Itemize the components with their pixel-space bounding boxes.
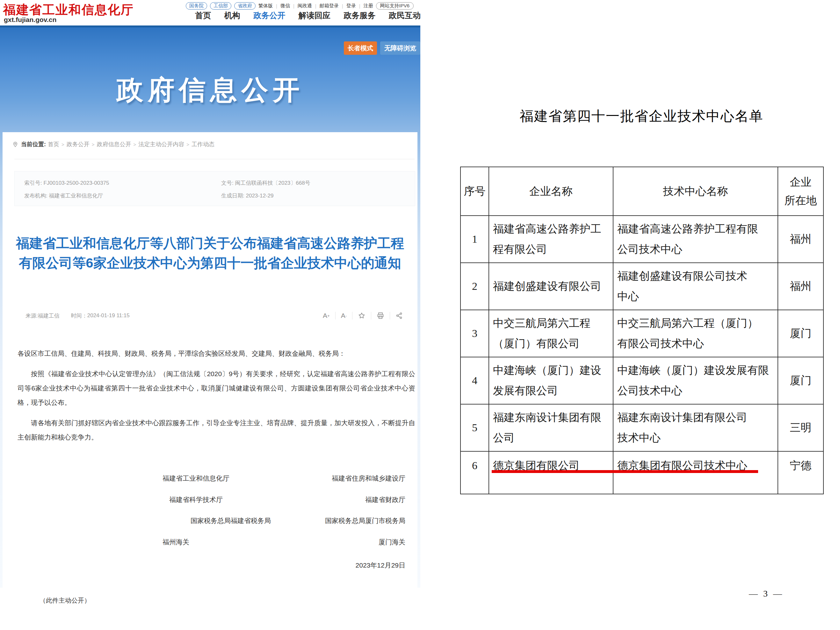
- utility-link-traditional[interactable]: 繁体版: [259, 3, 273, 9]
- table-row: 4 中建海峡（厦门）建设 发展有限公司 中建海峡（厦门）建设发展有限 公司技术中…: [461, 357, 823, 404]
- meta-doc-number: 文号: 闽工信联函科技〔2023〕668号: [221, 179, 415, 187]
- divider: |: [315, 3, 316, 9]
- elder-mode-button[interactable]: 长者模式: [344, 41, 377, 55]
- signature-org: 福建省住房和城乡建设厅: [332, 474, 405, 483]
- article-source: 来源:福建工信: [25, 312, 60, 320]
- cell-center: 福建创盛建设有限公司技术 中心: [613, 263, 778, 310]
- article-info-row: 来源:福建工信 时间： 2024-01-19 11:15 A+ A-: [25, 309, 409, 322]
- nav-item-services[interactable]: 政务服务: [344, 10, 376, 21]
- utility-link-mail-login[interactable]: 邮箱登录: [320, 3, 339, 9]
- nav-item-home[interactable]: 首页: [195, 10, 211, 21]
- breadcrumb-gov-affairs[interactable]: 政务公开: [66, 140, 90, 148]
- main-nav: 首页 机构 政务公开 解读回应 政务服务 政民互动: [195, 10, 421, 21]
- signature-org: 国家税务总局厦门市税务局: [325, 516, 405, 525]
- breadcrumb-statutory-content[interactable]: 法定主动公开内容: [138, 140, 184, 148]
- cell-city: 三明: [778, 404, 823, 451]
- screenshot-canvas: 福建省工业和信息化厅 gxt.fujian.gov.cn 国务院 工信部 省政府…: [0, 0, 840, 630]
- cell-city: 福州: [778, 263, 823, 310]
- divider: |: [359, 3, 360, 9]
- tech-center-table: 序号 企业名称 技术中心名称 企业 所在地 1 福建省高速公路养护工 程有限公司…: [460, 167, 824, 494]
- signature-org: 国家税务总局福建省税务局: [191, 516, 271, 525]
- quick-link-miit[interactable]: 工信部: [210, 2, 231, 9]
- utility-bar: 国务院 工信部 省政府 繁体版 | 微信 | 闽政通 | 邮箱登录 | 登录 |…: [186, 2, 414, 9]
- attachment-page: 福建省第四十一批省企业技术中心名单 序号 企业名称 技术中心名称 企业 所在地 …: [421, 0, 840, 630]
- cell-center: 中交三航局第六工程（厦门） 有限公司技术中心: [613, 310, 778, 357]
- cell-center: 福建东南设计集团有限公司 技术中心: [613, 404, 778, 451]
- font-decrease-button[interactable]: A-: [335, 312, 352, 320]
- gov-webpage: 福建省工业和信息化厅 gxt.fujian.gov.cn 国务院 工信部 省政府…: [0, 0, 421, 630]
- divider: |: [276, 3, 277, 9]
- cell-city: 福州: [778, 216, 823, 263]
- accessibility-button[interactable]: 无障碍浏览: [380, 41, 420, 55]
- share-icon[interactable]: [390, 312, 409, 320]
- breadcrumb-home[interactable]: 首页: [48, 140, 59, 148]
- quick-link-state-council[interactable]: 国务院: [186, 2, 207, 9]
- breadcrumb-divider: [14, 159, 415, 159]
- utility-link-minzhengtong[interactable]: 闽政通: [298, 3, 312, 9]
- content-card: 当前位置: 首页 > 政务公开 > 政府信息公开 > 法定主动公开内容 > 工作…: [3, 132, 417, 587]
- cell-center: 中建海峡（厦门）建设发展有限 公司技术中心: [613, 357, 778, 404]
- cell-no: 2: [461, 263, 489, 310]
- quick-link-provincial-gov[interactable]: 省政府: [234, 2, 256, 9]
- signature-org: 厦门海关: [379, 538, 405, 547]
- meta-issue-date: 生成日期: 2023-12-29: [221, 192, 415, 199]
- article-time: 2024-01-19 11:15: [87, 312, 130, 319]
- breadcrumb-prefix: 当前位置:: [21, 140, 46, 148]
- document-meta-box: 索引号: FJ00103-2500-2023-00375 文号: 闽工信联函科技…: [14, 171, 415, 206]
- print-icon[interactable]: [371, 312, 390, 320]
- signature-date: 2023年12月29日: [355, 561, 405, 570]
- cell-company: 中交三航局第六工程 （厦门）有限公司: [489, 310, 613, 357]
- breadcrumb: 当前位置: 首页 > 政务公开 > 政府信息公开 > 法定主动公开内容 > 工作…: [12, 140, 215, 148]
- article-title: 福建省工业和信息化厅等八部门关于公布福建省高速公路养护工程有限公司等6家企业技术…: [10, 233, 410, 273]
- favorite-star-icon[interactable]: [352, 312, 371, 320]
- attachment-title: 福建省第四十一批省企业技术中心名单: [460, 107, 823, 126]
- cell-center: 福建省高速公路养护工程有限 公司技术中心: [613, 216, 778, 263]
- col-header-center: 技术中心名称: [613, 167, 778, 216]
- signature-org: 福州海关: [163, 538, 189, 547]
- breadcrumb-work-updates[interactable]: 工作动态: [191, 140, 215, 148]
- signature-org: 福建省科学技术厅: [169, 495, 223, 504]
- signature-org: 福建省工业和信息化厅: [163, 474, 229, 483]
- table-row: 5 福建东南设计集团有限 公司 福建东南设计集团有限公司 技术中心 三明: [461, 404, 823, 451]
- cell-company: 福建省高速公路养护工 程有限公司: [489, 216, 613, 263]
- table-header-row: 序号 企业名称 技术中心名称 企业 所在地: [461, 167, 823, 216]
- cell-no: 1: [461, 216, 489, 263]
- divider: |: [342, 3, 343, 9]
- proactive-disclosure-note: （此件主动公开）: [39, 596, 90, 605]
- banner-heading: 政府信息公开: [0, 72, 420, 108]
- utility-link-register[interactable]: 注册: [363, 3, 373, 9]
- utility-link-wechat[interactable]: 微信: [280, 3, 290, 9]
- col-header-city: 企业 所在地: [778, 167, 823, 216]
- ipv6-badge: 网站支持IPV6: [376, 2, 414, 9]
- paragraph-decision: 按照《福建省企业技术中心认定管理办法》（闽工信法规〔2020〕9号）有关要求，经…: [17, 367, 415, 410]
- breadcrumb-separator: >: [186, 142, 189, 147]
- cell-city: 厦门: [778, 357, 823, 404]
- cell-city: 宁德: [778, 451, 823, 494]
- utility-link-login[interactable]: 登录: [346, 3, 356, 9]
- breadcrumb-separator: >: [62, 142, 65, 147]
- site-logo-domain: gxt.fujian.gov.cn: [4, 16, 57, 24]
- nav-item-interpretation[interactable]: 解读回应: [298, 10, 330, 21]
- breadcrumb-separator: >: [134, 142, 136, 147]
- breadcrumb-separator: >: [92, 142, 95, 147]
- meta-issuing-org: 发布机构: 福建省工业和信息化厅: [24, 192, 221, 199]
- cell-company: 中建海峡（厦门）建设 发展有限公司: [489, 357, 613, 404]
- table-row: 3 中交三航局第六工程 （厦门）有限公司 中交三航局第六工程（厦门） 有限公司技…: [461, 310, 823, 357]
- cell-city: 厦门: [778, 310, 823, 357]
- article-body: 各设区市工信局、住建局、科技局、财政局、税务局，平潭综合实验区经发局、交建局、财…: [17, 346, 415, 444]
- cell-no: 6: [461, 451, 489, 494]
- location-pin-icon: [12, 141, 19, 148]
- banner-top-line: [0, 25, 420, 27]
- table-row: 2 福建创盛建设有限公司 福建创盛建设有限公司技术 中心 福州: [461, 263, 823, 310]
- table-row: 1 福建省高速公路养护工 程有限公司 福建省高速公路养护工程有限 公司技术中心 …: [461, 216, 823, 263]
- page-number: — 3 —: [749, 589, 783, 599]
- nav-item-org[interactable]: 机构: [224, 10, 240, 21]
- cell-no: 3: [461, 310, 489, 357]
- nav-item-interaction[interactable]: 政民互动: [389, 10, 421, 21]
- nav-item-gov-disclosure[interactable]: 政务公开: [253, 10, 285, 21]
- breadcrumb-info-disclosure[interactable]: 政府信息公开: [97, 140, 131, 148]
- font-increase-button[interactable]: A+: [317, 312, 335, 320]
- red-underline-highlight: [492, 470, 758, 473]
- cell-no: 5: [461, 404, 489, 451]
- signature-org: 福建省财政厅: [365, 495, 405, 504]
